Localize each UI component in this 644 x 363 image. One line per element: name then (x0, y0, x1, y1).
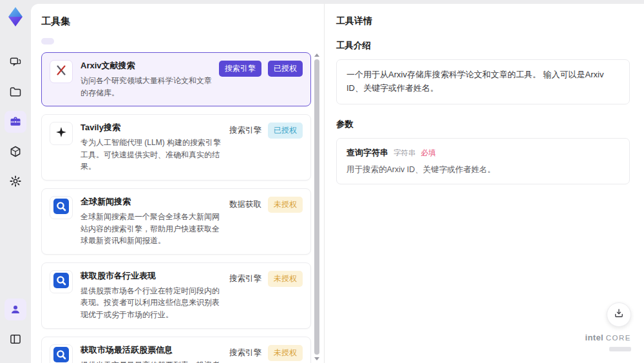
intro-text: 一个用于从Arxiv存储库搜索科学论文和文章的工具。 输入可以是Arxiv ID… (346, 68, 620, 95)
category-tabs (41, 38, 320, 44)
main-panel: 工具集 (31, 4, 644, 363)
category-badge: 搜索引擎 (229, 125, 261, 136)
param-name: 查询字符串 (346, 147, 388, 159)
search-app-icon (53, 346, 70, 363)
sidebar-item-account[interactable] (5, 299, 26, 320)
list-scrollbar (314, 54, 320, 360)
tool-description: 提供股票市场各个行业在特定时间段内的表现。投资者可以利用这些信息来识别表现优于或… (80, 285, 223, 321)
scrollbar-thumb[interactable] (314, 59, 319, 355)
tavily-star-icon (55, 126, 68, 141)
download-button[interactable] (607, 302, 631, 327)
category-badge: 搜索引擎 (219, 61, 261, 77)
sidebar-item-tools[interactable] (5, 111, 26, 133)
sidebar-item-chat[interactable] (5, 52, 26, 74)
sidebar-item-files[interactable] (5, 81, 26, 103)
param-box: 查询字符串 字符串 必填 用于搜索的Arxiv ID、关键字或作者姓名。 (336, 138, 630, 184)
tool-card[interactable]: Arxiv文献搜索 访问各个研究领域大量科学论文和文章的存储库。 搜索引擎 已授… (41, 52, 311, 106)
tool-list-scroll-area: Arxiv文献搜索 访问各个研究领域大量科学论文和文章的存储库。 搜索引擎 已授… (41, 52, 320, 363)
search-app-icon (53, 198, 70, 217)
scroll-up-arrow-icon[interactable] (314, 54, 319, 57)
tool-list: Arxiv文献搜索 访问各个研究领域大量科学论文和文章的存储库。 搜索引擎 已授… (41, 52, 311, 363)
auth-badge: 未授权 (268, 271, 303, 287)
auth-badge: 未授权 (268, 345, 303, 361)
search-app-icon (53, 272, 70, 291)
category-tab[interactable] (41, 38, 54, 44)
auth-badge: 未授权 (268, 197, 303, 213)
category-tab[interactable] (118, 38, 131, 44)
sidebar-item-models[interactable] (5, 141, 26, 162)
intel-logo-sub-mark (609, 347, 631, 351)
tool-detail-panel: 工具详情 工具介绍 一个用于从Arxiv存储库搜索科学论文和文章的工具。 输入可… (325, 4, 644, 363)
param-required-flag: 必填 (421, 148, 436, 158)
tool-description: 全球新闻搜索是一个聚合全球各大新闻网站内容的搜索引擎，帮助用户快速获取全球最新资… (80, 211, 223, 247)
detail-panel-title: 工具详情 (336, 15, 630, 27)
tool-card[interactable]: Tavily搜索 专为人工智能代理 (LLM) 构建的搜索引擎工具。可快速提供实… (41, 114, 311, 181)
tool-card[interactable]: 获取股市各行业表现 提供股票市场各个行业在特定时间段内的表现。投资者可以利用这些… (41, 262, 311, 329)
intro-heading: 工具介绍 (336, 40, 630, 52)
intro-box: 一个用于从Arxiv存储库搜索科学论文和文章的工具。 输入可以是Arxiv ID… (336, 59, 630, 104)
folder-icon (9, 86, 22, 99)
param-type: 字符串 (393, 148, 416, 158)
chat-icon (9, 56, 22, 69)
auth-badge: 已授权 (268, 61, 303, 77)
category-badge: 搜索引擎 (229, 273, 261, 284)
category-badge: 数据获取 (229, 199, 261, 210)
settings-gear-icon (9, 175, 22, 188)
left-rail (0, 0, 31, 363)
tool-name: Tavily搜索 (80, 122, 223, 133)
user-icon (10, 304, 21, 315)
tool-name: Arxiv文献搜索 (80, 60, 213, 72)
tool-name: 获取市场最活跃股票信息 (80, 344, 223, 356)
sidebar-item-settings[interactable] (5, 170, 26, 192)
tool-description: 访问各个研究领域大量科学论文和文章的存储库。 (80, 75, 213, 99)
arxiv-icon (54, 63, 68, 80)
tool-description: 提供当天交易量最高的股票列表，投资者可以利用这些信息来识别流动性强的股票和潜在的… (80, 359, 223, 363)
category-tab[interactable] (67, 38, 80, 44)
category-badge: 搜索引擎 (229, 348, 261, 358)
app-logo (6, 6, 25, 30)
sidebar-item-panel-toggle[interactable] (5, 328, 26, 350)
scroll-down-arrow-icon[interactable] (314, 357, 319, 360)
panel-toggle-icon (9, 333, 22, 346)
tool-card[interactable]: 全球新闻搜索 全球新闻搜索是一个聚合全球各大新闻网站内容的搜索引擎，帮助用户快速… (41, 188, 311, 255)
toolbox-icon (9, 115, 22, 128)
page-title: 工具集 (41, 15, 320, 28)
auth-badge: 已授权 (268, 123, 303, 139)
category-tab[interactable] (93, 38, 106, 44)
tool-card[interactable]: 获取市场最活跃股票信息 提供当天交易量最高的股票列表，投资者可以利用这些信息来识… (41, 337, 311, 363)
params-heading: 参数 (336, 119, 630, 130)
param-description: 用于搜索的Arxiv ID、关键字或作者姓名。 (346, 164, 620, 175)
tool-name: 全球新闻搜索 (80, 196, 223, 208)
intel-core-logo: intel CORE (585, 333, 631, 354)
cube-icon (9, 145, 22, 158)
tool-list-panel: 工具集 (31, 4, 324, 363)
tool-name: 获取股市各行业表现 (80, 270, 223, 282)
tool-description: 专为人工智能代理 (LLM) 构建的搜索引擎工具。可快速提供实时、准确和真实的结… (80, 137, 223, 173)
download-icon (613, 308, 625, 322)
